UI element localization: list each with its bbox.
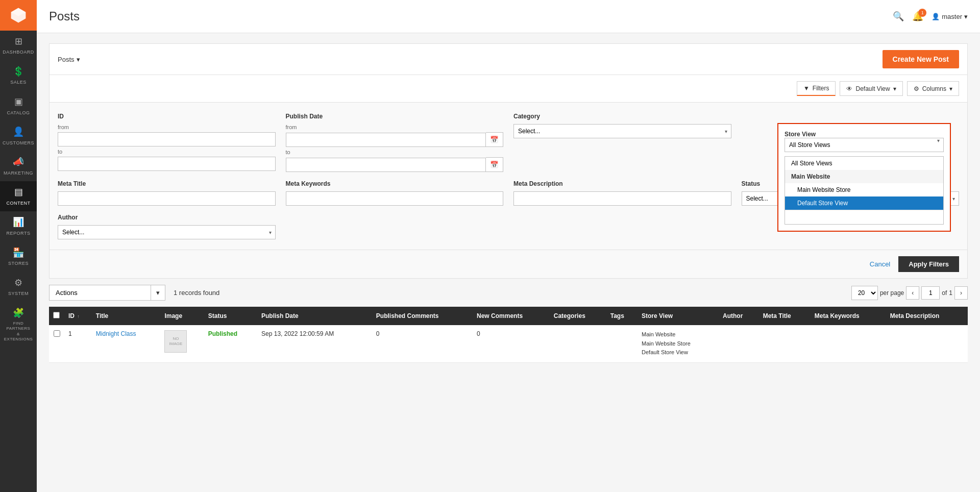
system-icon: ⚙ xyxy=(14,277,22,289)
store-view-select[interactable]: All Store Views xyxy=(785,138,944,152)
sidebar-logo xyxy=(0,0,37,31)
toolbar-row: Posts ▾ Create New Post xyxy=(49,43,968,75)
row-title-link[interactable]: Midnight Class xyxy=(96,330,136,337)
posts-breadcrumb[interactable]: Posts ▾ xyxy=(58,56,80,63)
cancel-filters-link[interactable]: Cancel xyxy=(870,260,890,268)
no-image-placeholder: NOIMAGE xyxy=(164,330,187,353)
filter-category-label: Category xyxy=(513,113,731,120)
filter-publish-date-to-input[interactable] xyxy=(286,158,486,172)
select-all-checkbox[interactable] xyxy=(53,312,60,318)
filter-id-from-input[interactable] xyxy=(58,132,276,146)
filters-label: Filters xyxy=(813,85,829,92)
filter-publish-date-to-label: to xyxy=(286,149,504,155)
sidebar-item-catalog[interactable]: ▣ CATALOG xyxy=(0,91,37,121)
table-header-row: ID ↑ Title Image Status Publish Date Pub… xyxy=(49,307,968,325)
filter-publish-date-label: Publish Date xyxy=(286,113,504,120)
filters-panel: ID from to Publish Date from 📅 to xyxy=(49,103,968,250)
table-header-published-comments: Published Comments xyxy=(372,307,473,325)
row-title: Midnight Class xyxy=(92,325,161,362)
reports-icon: 📊 xyxy=(13,216,24,228)
publish-date-from-calendar-button[interactable]: 📅 xyxy=(486,132,503,147)
sidebar-item-stores[interactable]: 🏪 STORES xyxy=(0,242,37,272)
search-icon[interactable]: 🔍 xyxy=(893,11,904,22)
filter-publish-date-from-input[interactable] xyxy=(286,133,486,147)
publish-date-to-calendar-button[interactable]: 📅 xyxy=(486,157,503,172)
previous-page-button[interactable]: ‹ xyxy=(906,286,919,300)
sidebar-item-label: DASHBOARD xyxy=(3,50,34,56)
sidebar-item-label: FIND PARTNERS& EXTENSIONS xyxy=(2,321,35,342)
filter-publish-date-from-label: from xyxy=(286,124,504,130)
filters-grid: ID from to Publish Date from 📅 to xyxy=(58,113,959,239)
filter-meta-keywords-input[interactable] xyxy=(286,191,504,206)
sort-icon: ↑ xyxy=(77,314,80,319)
store-view-dropdown: Store View All Store Views ▾ All Store V… xyxy=(777,123,951,232)
row-publish-date: Sep 13, 2022 12:00:59 AM xyxy=(257,325,372,362)
row-checkbox[interactable] xyxy=(54,330,60,337)
sidebar-item-label: CATALOG xyxy=(7,110,30,116)
filter-meta-keywords-label: Meta Keywords xyxy=(286,180,504,187)
row-author xyxy=(719,325,759,362)
user-menu[interactable]: 👤 master ▾ xyxy=(932,13,968,20)
table-header-image: Image xyxy=(160,307,204,325)
eye-icon: 👁 xyxy=(846,85,852,92)
status-badge: Published xyxy=(208,330,237,337)
columns-label: Columns xyxy=(922,85,946,92)
filter-author-select[interactable]: Select... xyxy=(58,225,276,239)
filter-id-group: ID from to xyxy=(58,113,276,172)
store-view-option-all-store-views[interactable]: All Store Views xyxy=(785,157,943,170)
data-table: ID ↑ Title Image Status Publish Date Pub… xyxy=(49,307,968,363)
row-meta-description xyxy=(886,325,968,362)
notification-icon[interactable]: 🔔 1 xyxy=(912,11,923,22)
sidebar-item-label: MARKETING xyxy=(4,170,33,177)
row-meta-title xyxy=(759,325,811,362)
sidebar-item-find-partners[interactable]: 🧩 FIND PARTNERS& EXTENSIONS xyxy=(0,302,37,348)
sidebar-item-reports[interactable]: 📊 REPORTS xyxy=(0,211,37,241)
store-view-dropdown-list: All Store Views Main Website Main Websit… xyxy=(785,156,944,225)
table-header-status: Status xyxy=(204,307,257,325)
per-page-select[interactable]: 20 30 50 xyxy=(851,286,878,300)
sidebar-item-sales[interactable]: 💲 SALES xyxy=(0,61,37,91)
apply-filters-button[interactable]: Apply Filters xyxy=(898,256,959,272)
content-icon: ▤ xyxy=(14,186,23,198)
current-page-input[interactable] xyxy=(921,286,940,300)
row-image: NOIMAGE xyxy=(160,325,204,362)
sidebar-item-marketing[interactable]: 📣 MARKETING xyxy=(0,151,37,181)
store-view-select-wrapper: All Store Views ▾ xyxy=(785,138,944,152)
filters-button[interactable]: ▼ Filters xyxy=(797,81,836,96)
actions-select-wrapper: Actions Delete ▾ xyxy=(49,285,165,301)
actions-dropdown-button[interactable]: ▾ xyxy=(151,285,165,301)
create-new-post-button[interactable]: Create New Post xyxy=(883,50,959,68)
columns-icon: ⚙ xyxy=(914,85,919,92)
store-view-option-main-website-store[interactable]: Main Website Store xyxy=(785,183,943,196)
sidebar-item-content[interactable]: ▤ CONTENT xyxy=(0,181,37,211)
table-header-store-view: Store View xyxy=(638,307,719,325)
filter-meta-title-label: Meta Title xyxy=(58,180,276,187)
filter-meta-description-label: Meta Description xyxy=(513,180,731,187)
data-toolbar: Actions Delete ▾ 1 records found 20 30 5… xyxy=(49,279,968,307)
sidebar-item-dashboard[interactable]: ⊞ DASHBOARD xyxy=(0,31,37,61)
filter-author-label: Author xyxy=(58,214,276,221)
sidebar-item-customers[interactable]: 👤 CUSTOMERS xyxy=(0,121,37,151)
filter-category-select[interactable]: Select... xyxy=(513,124,731,138)
table-header-id[interactable]: ID ↑ xyxy=(64,307,92,325)
columns-chevron-icon: ▾ xyxy=(949,85,952,92)
filter-id-to-input[interactable] xyxy=(58,157,276,171)
stores-icon: 🏪 xyxy=(13,247,24,259)
filter-meta-title-input[interactable] xyxy=(58,191,276,206)
sidebar-item-system[interactable]: ⚙ SYSTEM xyxy=(0,272,37,302)
table-row: 1 Midnight Class NOIMAGE Published Sep 1… xyxy=(49,325,968,362)
next-page-button[interactable]: › xyxy=(954,286,968,300)
filter-meta-description-input[interactable] xyxy=(513,191,731,206)
marketing-icon: 📣 xyxy=(13,156,24,168)
row-categories xyxy=(550,325,606,362)
filter-id-to-label: to xyxy=(58,149,276,155)
store-view-option-default-store-view[interactable]: Default Store View xyxy=(785,196,943,210)
sidebar-item-label: STORES xyxy=(8,261,29,267)
view-chevron-icon: ▾ xyxy=(893,85,896,92)
table-header-categories: Categories xyxy=(550,307,606,325)
columns-button[interactable]: ⚙ Columns ▾ xyxy=(907,81,959,96)
user-avatar-icon: 👤 xyxy=(932,13,940,20)
actions-select[interactable]: Actions Delete xyxy=(49,285,151,301)
row-checkbox-cell xyxy=(49,325,64,362)
default-view-button[interactable]: 👁 Default View ▾ xyxy=(840,81,902,96)
